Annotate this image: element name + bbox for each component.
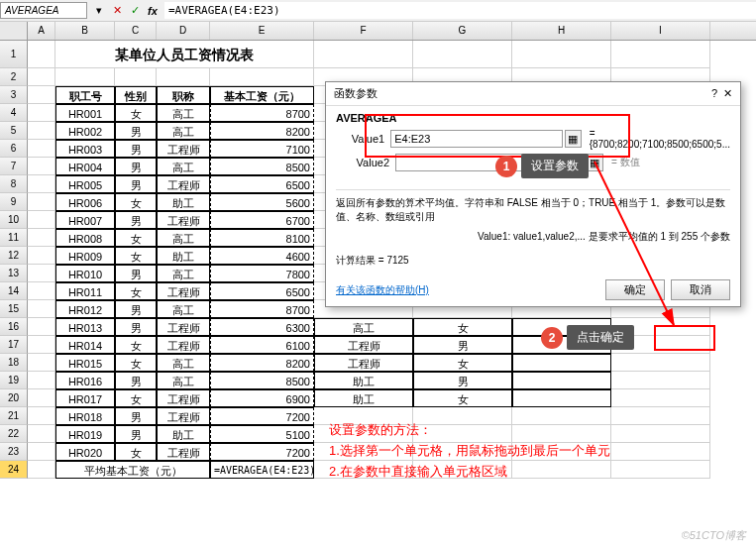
cell[interactable] [28,158,55,175]
row-header-22[interactable]: 22 [0,425,28,443]
cell[interactable]: 4600 [210,247,314,265]
row-header-16[interactable]: 16 [0,318,28,336]
cell[interactable]: 6700 [210,211,314,229]
cell[interactable]: 6500 [210,175,314,193]
row-header-18[interactable]: 18 [0,354,28,372]
cell[interactable]: 8500 [210,158,314,175]
cell[interactable]: 男 [115,140,157,158]
col-header-A[interactable]: A [28,22,55,40]
col-header-H[interactable]: H [512,22,611,40]
row-header-9[interactable]: 9 [0,193,28,211]
cell[interactable]: HR003 [55,140,115,158]
cell[interactable]: 男 [115,175,157,193]
cell[interactable]: 工程师 [157,407,210,425]
cell[interactable] [28,104,55,122]
cell[interactable]: 男 [115,425,157,443]
row-header-5[interactable]: 5 [0,122,28,140]
row-header-19[interactable]: 19 [0,372,28,389]
dropdown-icon[interactable]: ▾ [91,3,107,19]
col-header-C[interactable]: C [115,22,157,40]
param1-input[interactable] [390,130,563,148]
cell[interactable] [28,68,55,86]
footer-formula-cell[interactable]: =AVERAGEA(E4:E23) [210,461,314,479]
cell[interactable] [512,389,611,407]
cell[interactable]: 高工 [157,122,210,140]
cell[interactable]: 女 [413,354,512,372]
col-header-E[interactable]: E [210,22,314,40]
cell[interactable] [611,461,710,479]
row-header-6[interactable]: 6 [0,140,28,158]
cell[interactable]: 工程师 [314,336,413,354]
row-header-15[interactable]: 15 [0,300,28,318]
cell[interactable]: 高工 [157,354,210,372]
ok-button[interactable]: 确定 [605,279,665,300]
cell[interactable]: 工程师 [157,140,210,158]
title-cell[interactable]: 某单位人员工资情况表 [55,41,314,68]
cell[interactable]: 女 [115,247,157,265]
cell[interactable]: HR010 [55,265,115,282]
select-all-corner[interactable] [0,22,28,40]
cell[interactable]: 高工 [157,372,210,389]
cell[interactable]: HR001 [55,104,115,122]
cell[interactable]: 8100 [210,229,314,247]
cell[interactable]: 男 [115,265,157,282]
cell[interactable]: 高工 [157,229,210,247]
cell[interactable] [28,425,55,443]
cell[interactable] [28,229,55,247]
cell[interactable] [413,41,512,68]
cell[interactable]: 6900 [210,389,314,407]
cell[interactable]: 女 [115,354,157,372]
cell[interactable]: HR009 [55,247,115,265]
cell[interactable]: 女 [115,443,157,461]
cell[interactable]: 8200 [210,122,314,140]
cell[interactable]: 8700 [210,300,314,318]
cell[interactable] [28,443,55,461]
cell[interactable]: 6300 [210,318,314,336]
cell[interactable]: 男 [115,158,157,175]
row-header-14[interactable]: 14 [0,282,28,300]
cell[interactable] [157,68,210,86]
cell[interactable] [611,389,710,407]
row-header-10[interactable]: 10 [0,211,28,229]
cell[interactable]: 8500 [210,372,314,389]
cell[interactable] [28,461,55,479]
cell[interactable] [28,407,55,425]
cell[interactable]: HR014 [55,336,115,354]
row-header-3[interactable]: 3 [0,86,28,104]
cell[interactable]: 高工 [314,318,413,336]
cell[interactable]: 助工 [314,389,413,407]
cell[interactable]: 7200 [210,443,314,461]
row-header-11[interactable]: 11 [0,229,28,247]
col-header-D[interactable]: D [157,22,210,40]
cell[interactable]: HR015 [55,354,115,372]
cell[interactable] [512,354,611,372]
cell[interactable]: 工程师 [157,443,210,461]
col-header-F[interactable]: F [314,22,413,40]
cell[interactable]: 高工 [157,158,210,175]
cell[interactable]: 8200 [210,354,314,372]
cell[interactable]: 男 [115,122,157,140]
cell[interactable]: 男 [115,211,157,229]
cell[interactable] [611,407,710,425]
cell[interactable]: 7100 [210,140,314,158]
cell[interactable] [28,265,55,282]
cell[interactable]: 工程师 [314,354,413,372]
cell[interactable] [28,86,55,104]
cell[interactable]: 助工 [157,247,210,265]
cell[interactable]: HR013 [55,318,115,336]
cell[interactable] [314,41,413,68]
cell[interactable]: 高工 [157,265,210,282]
cell[interactable] [28,211,55,229]
cell[interactable]: 女 [115,104,157,122]
cell[interactable]: 助工 [314,372,413,389]
footer-label[interactable]: 平均基本工资（元） [55,461,210,479]
cell[interactable]: 6500 [210,282,314,300]
cell[interactable]: 男 [115,300,157,318]
cell[interactable] [512,372,611,389]
cell[interactable]: 工程师 [157,211,210,229]
cell[interactable]: 女 [115,282,157,300]
cell[interactable]: 高工 [157,104,210,122]
confirm-icon[interactable]: ✓ [127,3,143,19]
cell[interactable] [210,68,314,86]
row-header-2[interactable]: 2 [0,68,28,86]
